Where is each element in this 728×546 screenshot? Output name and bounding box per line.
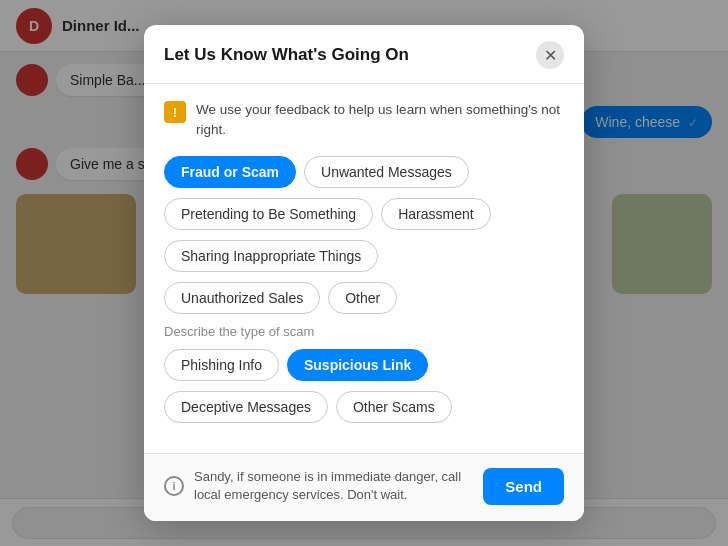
category-tags-row1: Fraud or Scam Unwanted Messages — [164, 156, 564, 188]
tag-harassment[interactable]: Harassment — [381, 198, 490, 230]
modal-title: Let Us Know What's Going On — [164, 45, 409, 65]
tag-suspicious-link[interactable]: Suspicious Link — [287, 349, 428, 381]
tag-fraud-or-scam[interactable]: Fraud or Scam — [164, 156, 296, 188]
scam-tags-row1: Phishing Info Suspicious Link — [164, 349, 564, 381]
category-tags-row4: Unauthorized Sales Other — [164, 282, 564, 314]
modal-body: ! We use your feedback to help us learn … — [144, 84, 584, 452]
tag-deceptive-messages[interactable]: Deceptive Messages — [164, 391, 328, 423]
category-tags-row3: Sharing Inappropriate Things — [164, 240, 564, 272]
modal-overlay: Let Us Know What's Going On ✕ ! We use y… — [0, 0, 728, 546]
tag-unauthorized-sales[interactable]: Unauthorized Sales — [164, 282, 320, 314]
footer-safety-text: Sandy, if someone is in immediate danger… — [194, 468, 473, 504]
send-button[interactable]: Send — [483, 468, 564, 505]
modal-header: Let Us Know What's Going On ✕ — [144, 25, 584, 84]
scam-section-label: Describe the type of scam — [164, 324, 564, 339]
close-button[interactable]: ✕ — [536, 41, 564, 69]
tag-pretending[interactable]: Pretending to Be Something — [164, 198, 373, 230]
info-text: We use your feedback to help us learn wh… — [196, 100, 564, 139]
tag-other-scams[interactable]: Other Scams — [336, 391, 452, 423]
report-modal: Let Us Know What's Going On ✕ ! We use y… — [144, 25, 584, 520]
info-banner: ! We use your feedback to help us learn … — [164, 100, 564, 139]
tag-phishing-info[interactable]: Phishing Info — [164, 349, 279, 381]
scam-tags-row2: Deceptive Messages Other Scams — [164, 391, 564, 423]
tag-unwanted-messages[interactable]: Unwanted Messages — [304, 156, 469, 188]
tag-other[interactable]: Other — [328, 282, 397, 314]
tag-sharing-inappropriate[interactable]: Sharing Inappropriate Things — [164, 240, 378, 272]
warning-icon: ! — [164, 101, 186, 123]
modal-footer: i Sandy, if someone is in immediate dang… — [144, 453, 584, 521]
info-circle-icon: i — [164, 476, 184, 496]
category-tags-row2: Pretending to Be Something Harassment — [164, 198, 564, 230]
